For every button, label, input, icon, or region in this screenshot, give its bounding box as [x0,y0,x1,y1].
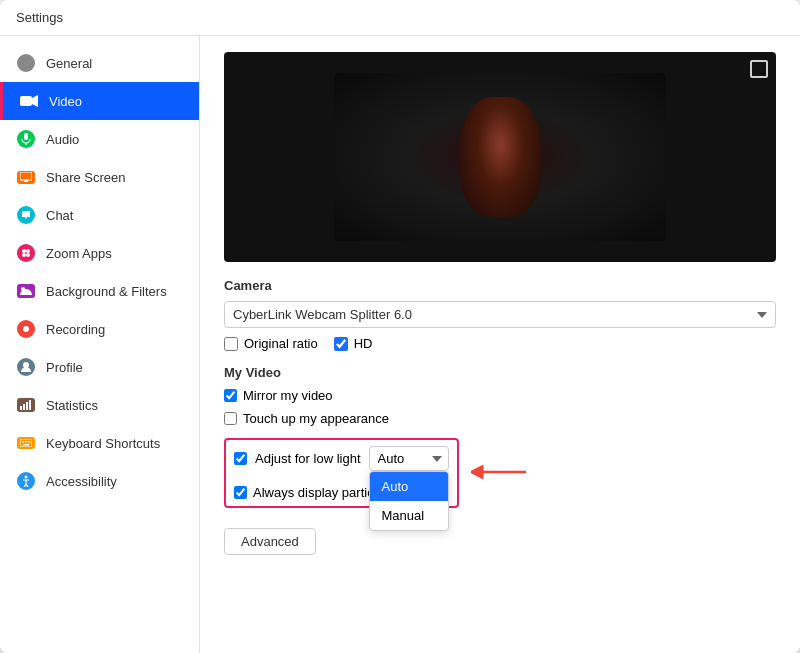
advanced-section: Advanced [224,518,776,555]
chat-icon [16,205,36,225]
pip-icon[interactable] [750,60,768,78]
title-bar: Settings [0,0,800,36]
sidebar-label-chat: Chat [46,208,73,223]
mirror-label: Mirror my video [243,388,333,403]
adjust-dropdown-container: Auto Manual Auto Manual [369,446,449,471]
sidebar-item-statistics[interactable]: Statistics [0,386,199,424]
sidebar-item-background-filters[interactable]: Background & Filters [0,272,199,310]
audio-icon [16,129,36,149]
svg-point-11 [23,326,29,332]
sidebar-item-video[interactable]: Video [0,82,199,120]
keyboard-icon [16,433,36,453]
always-display-checkbox[interactable] [234,486,247,499]
always-display-label: Always display partic [253,485,374,500]
svg-point-7 [26,249,30,253]
dropdown-option-auto[interactable]: Auto [370,472,448,501]
red-arrow-indicator [471,462,531,485]
sidebar-label-video: Video [49,94,82,109]
svg-rect-19 [25,441,27,443]
sidebar-label-share-screen: Share Screen [46,170,126,185]
settings-window: Settings General Video [0,0,800,653]
content-area: General Video Audio [0,36,800,653]
sidebar-label-accessibility: Accessibility [46,474,117,489]
sidebar-item-general[interactable]: General [0,44,199,82]
original-ratio-label: Original ratio [244,336,318,351]
svg-rect-18 [22,441,24,443]
original-ratio-checkbox[interactable] [224,337,238,351]
sidebar-item-chat[interactable]: Chat [0,196,199,234]
sidebar-label-zoom-apps: Zoom Apps [46,246,112,261]
adjust-dropdown[interactable]: Auto Manual [369,446,449,471]
sidebar-item-recording[interactable]: Recording [0,310,199,348]
sidebar-item-keyboard-shortcuts[interactable]: Keyboard Shortcuts [0,424,199,462]
highlight-box: Adjust for low light Auto Manual Auto Ma… [224,438,459,508]
svg-rect-16 [29,400,31,410]
sidebar-label-statistics: Statistics [46,398,98,413]
sidebar-item-profile[interactable]: Profile [0,348,199,386]
sidebar-item-accessibility[interactable]: Accessibility [0,462,199,500]
touch-up-label: Touch up my appearance [243,411,389,426]
sidebar-label-general: General [46,56,92,71]
svg-rect-17 [20,439,32,447]
svg-rect-0 [20,96,32,106]
sidebar-label-background-filters: Background & Filters [46,284,167,299]
hd-checkbox[interactable] [334,337,348,351]
adjust-dropdown-menu: Auto Manual [369,471,449,531]
hd-row: HD [334,336,373,351]
sidebar-item-zoom-apps[interactable]: Zoom Apps [0,234,199,272]
advanced-button[interactable]: Advanced [224,528,316,555]
svg-rect-21 [23,444,29,446]
svg-marker-1 [32,95,38,107]
svg-rect-13 [20,406,22,410]
original-ratio-row: Original ratio [224,336,318,351]
sidebar-label-audio: Audio [46,132,79,147]
main-panel: Camera CyberLink Webcam Splitter 6.0 Ori… [200,36,800,653]
video-shape [460,97,540,217]
sidebar-item-share-screen[interactable]: Share Screen [0,158,199,196]
general-icon [16,53,36,73]
accessibility-icon [16,471,36,491]
dropdown-option-manual[interactable]: Manual [370,501,448,530]
svg-point-6 [22,249,26,253]
adjust-row: Adjust for low light Auto Manual Auto Ma… [234,446,449,471]
camera-select[interactable]: CyberLink Webcam Splitter 6.0 [224,301,776,328]
camera-section-label: Camera [224,278,776,293]
video-icon [19,91,39,111]
video-preview [224,52,776,262]
mirror-checkbox[interactable] [224,389,237,402]
adjust-checkbox[interactable] [234,452,247,465]
svg-rect-14 [23,404,25,410]
sidebar-label-recording: Recording [46,322,105,337]
sidebar-item-audio[interactable]: Audio [0,120,199,158]
svg-rect-5 [24,180,28,182]
touch-up-checkbox[interactable] [224,412,237,425]
hd-label: HD [354,336,373,351]
recording-icon [16,319,36,339]
svg-rect-4 [20,172,32,180]
svg-point-8 [22,253,26,257]
svg-rect-15 [26,402,28,410]
profile-icon [16,357,36,377]
window-title: Settings [16,10,63,25]
statistics-icon [16,395,36,415]
svg-point-22 [25,476,28,479]
svg-rect-2 [24,133,28,140]
svg-point-9 [26,253,30,257]
video-inner [334,73,665,241]
mirror-row: Mirror my video [224,388,776,403]
background-icon [16,281,36,301]
touch-up-row: Touch up my appearance [224,411,776,426]
adjust-label: Adjust for low light [255,451,361,466]
sidebar-label-keyboard-shortcuts: Keyboard Shortcuts [46,436,160,451]
svg-rect-20 [28,441,30,443]
share-screen-icon [16,167,36,187]
zoom-apps-icon [16,243,36,263]
sidebar-label-profile: Profile [46,360,83,375]
my-video-label: My Video [224,365,776,380]
sidebar: General Video Audio [0,36,200,653]
